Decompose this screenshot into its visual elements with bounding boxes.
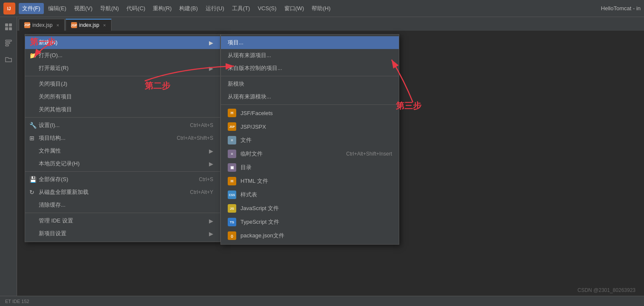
menu-window[interactable]: 窗口(W) — [281, 3, 308, 14]
file-menu-new[interactable]: 新建(N) ▶ — [25, 36, 220, 49]
file-menu-clear-cache[interactable]: 清除缓存... — [25, 199, 220, 211]
scratch-badge-icon: ≡ — [228, 150, 236, 158]
submenu-arrow-ide: ▶ — [209, 218, 213, 224]
tab-index-jsp-1[interactable]: JSP index.jsp × — [19, 19, 65, 31]
new-module-label: 新模块 — [228, 80, 244, 88]
file-menu-recent-label: 打开最近(R) — [39, 64, 69, 72]
new-from-source-label: 从现有来源项目... — [228, 52, 271, 59]
new-css-item[interactable]: CSS 样式表 — [221, 188, 399, 202]
new-from-source-item[interactable]: 从现有来源项目... — [221, 49, 399, 62]
new-project-label: 项目... — [228, 39, 243, 46]
file-menu-new-project-settings[interactable]: 新项目设置 ▶ — [25, 227, 220, 240]
file-menu-close-others-label: 关闭其他项目 — [39, 106, 72, 113]
file-menu-recent[interactable]: 打开最近(R) ▶ — [25, 62, 220, 75]
status-left: ET IDE 152 — [5, 299, 29, 304]
grid-icon: ⊞ — [29, 135, 34, 141]
separator-2 — [25, 117, 220, 118]
file-menu-save-all[interactable]: 💾 全部保存(S) Ctrl+S — [25, 173, 220, 186]
sidebar-folder-icon[interactable] — [2, 53, 15, 66]
new-ts-item[interactable]: TS TypeScript 文件 — [221, 215, 399, 229]
menu-help[interactable]: 帮助(H) — [308, 3, 334, 14]
new-file-item[interactable]: ≡ 文件 — [221, 133, 399, 147]
submenu-arrow-recent: ▶ — [209, 65, 213, 72]
new-scratch-item[interactable]: ≡ 临时文件 Ctrl+Alt+Shift+Insert — [221, 147, 399, 161]
new-dir-item[interactable]: ▣ 目录 — [221, 161, 399, 174]
new-module-from-source-label: 从现有来源模块... — [228, 93, 271, 101]
new-js-label: JavaScript 文件 — [240, 205, 279, 212]
file-menu-new-label: 新建(N) — [39, 39, 57, 46]
menu-tools[interactable]: 工具(T) — [229, 3, 254, 14]
submenu-arrow-history: ▶ — [209, 161, 213, 167]
submenu-arrow-props: ▶ — [209, 148, 213, 154]
dir-badge-icon: ▣ — [228, 163, 236, 172]
main-area: JSP index.jsp × JSP index.jsp × contentT… — [0, 17, 644, 306]
menu-vcs[interactable]: VCS(S) — [254, 3, 280, 13]
file-menu-settings[interactable]: 🔧 设置(I)... Ctrl+Alt+S — [25, 119, 220, 132]
menu-code[interactable]: 代码(C) — [123, 3, 149, 14]
new-jsf-label: JSF/Facelets — [240, 110, 273, 116]
file-menu-project-structure[interactable]: ⊞ 项目结构... Ctrl+Alt+Shift+S — [25, 132, 220, 144]
file-menu-file-props[interactable]: 文件属性 ▶ — [25, 144, 220, 157]
new-pkg-label: package.json文件 — [240, 232, 284, 240]
file-menu-manage-ide[interactable]: 管理 IDE 设置 ▶ — [25, 214, 220, 227]
sidebar-structure-icon[interactable] — [2, 37, 15, 49]
jsp-badge-icon: JSP — [228, 122, 236, 131]
reload-shortcut: Ctrl+Alt+Y — [190, 189, 213, 195]
submenu-arrow-new-settings: ▶ — [209, 231, 213, 237]
new-js-item[interactable]: JS JavaScript 文件 — [221, 202, 399, 215]
new-submenu-sep-2 — [221, 104, 399, 105]
new-pkg-item[interactable]: {} package.json文件 — [221, 229, 399, 242]
new-css-label: 样式表 — [240, 191, 257, 199]
menu-build[interactable]: 构建(B) — [176, 3, 201, 14]
file-menu-close-others[interactable]: 关闭其他项目 — [25, 103, 220, 116]
new-jsf-item[interactable]: H JSF/Facelets — [221, 106, 399, 120]
file-menu-close-all[interactable]: 关闭所有项目 — [25, 90, 220, 103]
menu-view[interactable]: 视图(V) — [71, 3, 96, 14]
file-menu-local-history[interactable]: 本地历史记录(H) ▶ — [25, 157, 220, 170]
new-html-item[interactable]: H HTML 文件 — [221, 174, 399, 188]
file-menu-dropdown: 新建(N) ▶ 📁 打开(O)... 打开最近(R) ▶ 关闭项目(J) 关闭所… — [25, 34, 220, 242]
new-module-item[interactable]: 新模块 — [221, 78, 399, 90]
tab-close-2[interactable]: × — [103, 23, 106, 28]
svg-rect-8 — [6, 45, 9, 46]
tab-close-1[interactable]: × — [56, 23, 59, 28]
file-menu-reload[interactable]: ↻ 从磁盘全部重新加载 Ctrl+Alt+Y — [25, 186, 220, 199]
separator-4 — [25, 213, 220, 213]
tab-label-1: index.jsp — [32, 22, 52, 28]
file-menu-reload-label: 从磁盘全部重新加载 — [39, 188, 89, 196]
ts-badge-icon: TS — [228, 218, 236, 226]
menu-run[interactable]: 运行(U) — [202, 3, 228, 14]
file-menu-manage-ide-label: 管理 IDE 设置 — [39, 217, 73, 225]
new-ts-label: TypeScript 文件 — [240, 218, 279, 226]
new-dir-label: 目录 — [240, 164, 252, 171]
new-jsp-label: JSP/JSPX — [240, 124, 266, 130]
menu-bar: IJ 文件(F) 编辑(E) 视图(V) 导航(N) 代码(C) 重构(R) 构… — [0, 0, 644, 17]
project-structure-shortcut: Ctrl+Alt+Shift+S — [177, 135, 213, 141]
menu-file[interactable]: 文件(F) — [19, 3, 44, 14]
menu-refactor[interactable]: 重构(R) — [149, 3, 175, 14]
file-menu-close-project[interactable]: 关闭项目(J) — [25, 78, 220, 90]
tabs-bar: JSP index.jsp × JSP index.jsp × — [17, 17, 644, 31]
new-jsp-item[interactable]: JSP JSP/JSPX — [221, 120, 399, 133]
file-menu-local-history-label: 本地历史记录(H) — [39, 160, 80, 167]
wrench-icon: 🔧 — [29, 122, 37, 129]
file-menu-new-project-settings-label: 新项目设置 — [39, 230, 66, 237]
tab-index-jsp-2[interactable]: JSP index.jsp × — [66, 19, 112, 31]
new-file-label: 文件 — [240, 136, 252, 144]
menu-edit[interactable]: 编辑(E) — [45, 3, 70, 14]
jsp-icon-2: JSP — [71, 22, 77, 28]
new-module-from-source-item[interactable]: 从现有来源模块... — [221, 90, 399, 103]
status-bar: ET IDE 152 — [0, 296, 644, 306]
file-menu-settings-label: 设置(I)... — [39, 121, 60, 129]
sidebar-project-icon[interactable] — [2, 20, 15, 33]
file-menu-close-project-label: 关闭项目(J) — [39, 80, 67, 88]
scratch-shortcut: Ctrl+Alt+Shift+Insert — [346, 151, 392, 157]
new-submenu-dropdown: 项目... 从现有来源项目... 来自版本控制的项目... 新模块 从现有来源模… — [220, 34, 399, 245]
html-badge-icon: H — [228, 177, 236, 185]
new-project-item[interactable]: 项目... — [221, 36, 399, 49]
svg-rect-2 — [5, 23, 8, 26]
file-menu-open[interactable]: 📁 打开(O)... — [25, 49, 220, 62]
menu-navigate[interactable]: 导航(N) — [97, 3, 122, 14]
new-from-vcs-item[interactable]: 来自版本控制的项目... — [221, 62, 399, 75]
file-menu-file-props-label: 文件属性 — [39, 147, 61, 155]
